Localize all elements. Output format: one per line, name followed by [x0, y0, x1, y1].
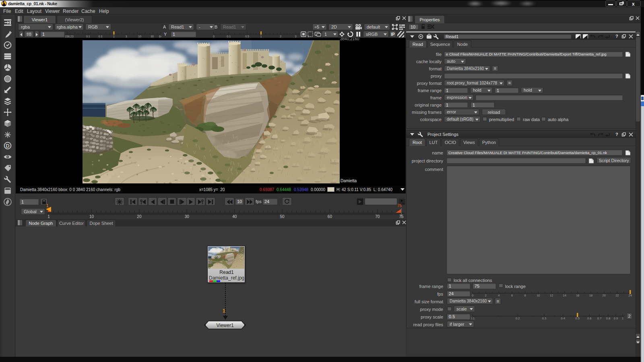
svg-text:12: 12: [550, 294, 553, 297]
svg-text:0.3: 0.3: [542, 317, 546, 320]
svg-text:24: 24: [629, 294, 632, 297]
svg-text:0.3: 0.3: [99, 35, 103, 38]
svg-text:50: 50: [280, 214, 285, 219]
svg-text:1: 1: [622, 317, 623, 320]
svg-text:0.1: 0.1: [227, 35, 231, 38]
svg-text:64: 64: [159, 35, 161, 38]
svg-text:0.9: 0.9: [614, 317, 618, 320]
svg-text:2: 2: [280, 35, 281, 38]
svg-text:20: 20: [137, 214, 142, 219]
svg-text:0.1: 0.1: [86, 35, 90, 38]
svg-text:1: 1: [47, 214, 50, 219]
svg-text:2: 2: [485, 294, 487, 297]
svg-text:0.5: 0.5: [575, 317, 579, 320]
svg-text:0.2: 0.2: [516, 317, 520, 320]
svg-text:16: 16: [576, 294, 579, 297]
svg-text:D: D: [6, 143, 9, 149]
svg-text:4: 4: [498, 294, 500, 297]
svg-text:3: 3: [295, 35, 297, 38]
svg-text:0.1: 0.1: [471, 317, 475, 320]
svg-text:1: 1: [113, 35, 115, 38]
svg-text:20: 20: [603, 294, 606, 297]
svg-text:0: 0: [213, 35, 215, 38]
svg-text:1: 1: [260, 35, 262, 38]
svg-text:0.5: 0.5: [245, 35, 249, 38]
svg-text:8: 8: [524, 294, 526, 297]
svg-text:Viewer1: Viewer1: [216, 323, 233, 328]
svg-text:0.4: 0.4: [561, 317, 565, 320]
svg-text:30: 30: [185, 214, 190, 219]
svg-text:18: 18: [589, 294, 592, 297]
svg-text:70: 70: [375, 214, 380, 219]
svg-text:0.0158.23: 0.0158.23: [65, 35, 74, 38]
svg-text:0.8: 0.8: [606, 317, 610, 320]
svg-text:0.6: 0.6: [587, 317, 591, 320]
svg-text:6: 6: [511, 294, 513, 297]
svg-text:30: 30: [151, 35, 154, 38]
svg-text:0: 0: [472, 294, 473, 297]
svg-text:22: 22: [615, 294, 619, 297]
svg-text:3: 3: [126, 35, 127, 38]
svg-text:60: 60: [328, 214, 332, 219]
svg-text:0.7: 0.7: [597, 317, 601, 320]
svg-text:75: 75: [399, 214, 404, 219]
svg-text:10: 10: [537, 294, 540, 297]
svg-text:10: 10: [138, 35, 141, 38]
svg-text:10: 10: [89, 214, 94, 219]
svg-text:14: 14: [563, 294, 566, 297]
svg-text:40: 40: [232, 214, 237, 219]
